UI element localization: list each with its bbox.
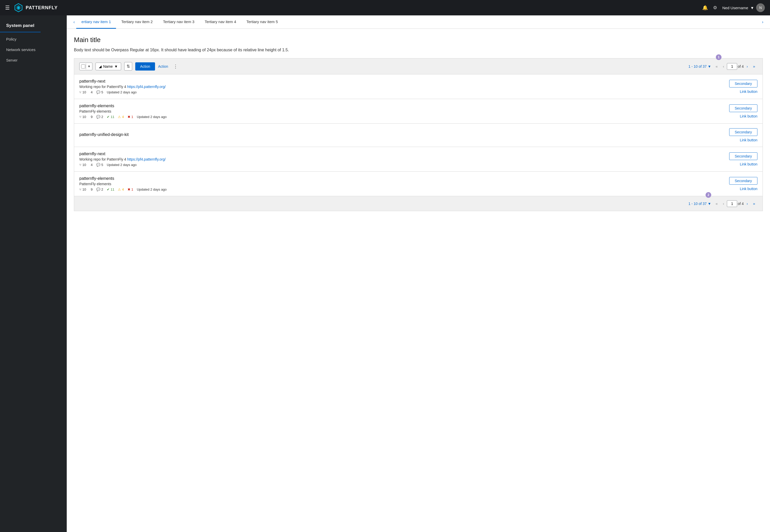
settings-icon[interactable]: ⚙ (713, 5, 717, 11)
comment-count: 2 (101, 188, 103, 191)
warn-icon: ⚠ (118, 115, 121, 119)
secondary-button[interactable]: Secondary (729, 177, 757, 185)
list-item-actions: Secondary Link button (729, 128, 757, 142)
list-item-link[interactable]: https://pf4.patternfly.org/ (127, 85, 165, 89)
list-item: patternfly-next Working repo for Pattern… (74, 74, 763, 99)
chevron-down-icon: ▼ (750, 6, 754, 10)
hamburger-icon[interactable]: ☰ (5, 5, 10, 11)
first-page-button[interactable]: « (713, 63, 720, 70)
warn-icon-stat: ⚠ 4 (118, 188, 124, 191)
bottom-page-number-input[interactable] (727, 200, 737, 207)
bottom-next-page-button[interactable]: › (744, 200, 750, 207)
tertiary-tab-5[interactable]: Tertiary nav item 5 (241, 15, 283, 29)
tertiary-tab-3[interactable]: Tertiary nav item 3 (158, 15, 200, 29)
comment-icon-stat: 💬 2 (96, 188, 103, 191)
tertiary-tab-4[interactable]: Tertiary nav item 4 (199, 15, 241, 29)
error-count: 1 (131, 115, 133, 119)
secondary-button[interactable]: Secondary (729, 152, 757, 160)
check-icon-stat: ✔ 11 (107, 115, 114, 119)
action-link-button[interactable]: Action (158, 64, 168, 68)
secondary-button[interactable]: Secondary (729, 104, 757, 112)
updated-text: Updated 2 days ago (137, 115, 167, 119)
notification-icon[interactable]: 🔔 (702, 5, 708, 11)
last-page-button[interactable]: » (751, 63, 757, 70)
list-item: patternfly-unified-design-kit Secondary … (74, 124, 763, 147)
list-item-actions: Secondary Link button (729, 152, 757, 166)
list-item-name: patternfly-unified-design-kit (79, 132, 729, 137)
fork-icon: ⑂ (79, 115, 81, 119)
select-all-checkbox[interactable] (81, 64, 85, 68)
bottom-first-page-button[interactable]: « (713, 200, 720, 207)
link-button[interactable]: Link button (740, 114, 758, 118)
page-body: Main title Body text should be Overpass … (67, 29, 770, 211)
secondary-button[interactable]: Secondary (729, 80, 757, 87)
comment-icon: 💬 (96, 90, 100, 94)
code-icon-stat: 9 (90, 115, 92, 119)
bottom-page-of-text: of 4 (738, 202, 744, 206)
top-toolbar: 1 ▼ ◢ Name ▼ ⇅ Action Action ⋮ 1 - 10 of… (74, 58, 763, 74)
bottom-per-page-button[interactable]: 1 - 10 of 37 ▼ (688, 202, 711, 206)
top-nav-right: 🔔 ⚙ Ned Username ▼ N (702, 3, 765, 12)
page-number-input[interactable] (727, 63, 737, 70)
comment-count: 5 (101, 90, 103, 94)
warn-icon-stat: ⚠ 4 (118, 115, 124, 119)
action-primary-button[interactable]: Action (135, 62, 155, 71)
list-item-actions: Secondary Link button (729, 80, 757, 94)
comment-icon: 💬 (96, 163, 100, 167)
main-content: ‹ ertiary nav item 1 Tertiary nav item 2… (67, 15, 770, 532)
list-item-content: patternfly-elements PatternFly elements … (79, 176, 729, 191)
list-container: patternfly-next Working repo for Pattern… (74, 74, 763, 196)
list-item-meta: ⑂ 10 9💬 2✔ 11⚠ 4✖ 1Updated 2 days ago (79, 188, 729, 191)
code-count: 9 (91, 188, 92, 191)
list-item-name: patternfly-elements (79, 176, 729, 181)
tertiary-tab-2[interactable]: Tertiary nav item 2 (116, 15, 158, 29)
sort-button[interactable]: ⇅ (124, 62, 132, 71)
tertiary-nav-next-arrow[interactable]: › (761, 20, 765, 24)
error-icon-stat: ✖ 1 (128, 115, 133, 119)
sidebar-title: System panel (0, 21, 41, 32)
link-button[interactable]: Link button (740, 162, 758, 166)
fork-icon-stat: ⑂ 10 (79, 188, 86, 191)
secondary-button[interactable]: Secondary (729, 128, 757, 136)
list-item-desc: PatternFly elements (79, 109, 729, 113)
fork-count: 10 (82, 188, 86, 191)
sidebar-item-network-services[interactable]: Network services (0, 44, 67, 55)
code-icon-stat: 9 (90, 188, 92, 191)
link-button[interactable]: Link button (740, 90, 758, 94)
fork-icon-stat: ⑂ 10 (79, 163, 86, 167)
pagination-controls: « ‹ of 4 › » (713, 63, 757, 70)
updated-text: Updated 2 days ago (137, 188, 167, 191)
next-page-button[interactable]: › (744, 63, 750, 70)
sidebar-item-policy[interactable]: Policy (0, 34, 67, 44)
tertiary-tab-1[interactable]: ertiary nav item 1 (76, 15, 116, 29)
comment-icon: 💬 (96, 188, 100, 191)
comment-icon-stat: 💬 5 (96, 163, 103, 167)
comment-icon-stat: 💬 5 (96, 90, 103, 94)
bottom-prev-page-button[interactable]: ‹ (720, 200, 726, 207)
list-item-link[interactable]: https://pf4.patternfly.org/ (127, 157, 165, 161)
updated-text: Updated 2 days ago (107, 163, 136, 167)
comment-count: 2 (101, 115, 103, 119)
comment-icon: 💬 (96, 115, 100, 119)
comment-count: 5 (101, 163, 103, 167)
prev-page-button[interactable]: ‹ (720, 63, 726, 70)
bottom-last-page-button[interactable]: » (751, 200, 757, 207)
list-item-meta: ⑂ 10 4💬 5Updated 2 days ago (79, 90, 729, 94)
filter-button[interactable]: ◢ Name ▼ (95, 63, 121, 70)
link-button[interactable]: Link button (740, 187, 758, 191)
check-count: 11 (111, 188, 114, 191)
check-icon: ✔ (107, 188, 110, 191)
kebab-menu-button[interactable]: ⋮ (171, 63, 180, 70)
link-button[interactable]: Link button (740, 138, 758, 142)
sidebar-item-server[interactable]: Server (0, 55, 67, 65)
per-page-button[interactable]: 1 - 10 of 37 ▼ (688, 64, 711, 68)
list-item-content: patternfly-next Working repo for Pattern… (79, 79, 729, 94)
tertiary-nav-prev-arrow[interactable]: ‹ (72, 20, 76, 24)
user-menu[interactable]: Ned Username ▼ N (722, 3, 765, 12)
avatar: N (756, 3, 765, 12)
bottom-pagination-text: 1 - 10 of 37 (688, 202, 707, 206)
check-count: 11 (111, 115, 114, 119)
select-dropdown-button[interactable]: ▼ (86, 64, 92, 69)
select-all-wrapper[interactable]: ▼ (79, 63, 92, 70)
top-nav: ☰ PATTERNFLY 🔔 ⚙ Ned Username ▼ N (0, 0, 770, 15)
